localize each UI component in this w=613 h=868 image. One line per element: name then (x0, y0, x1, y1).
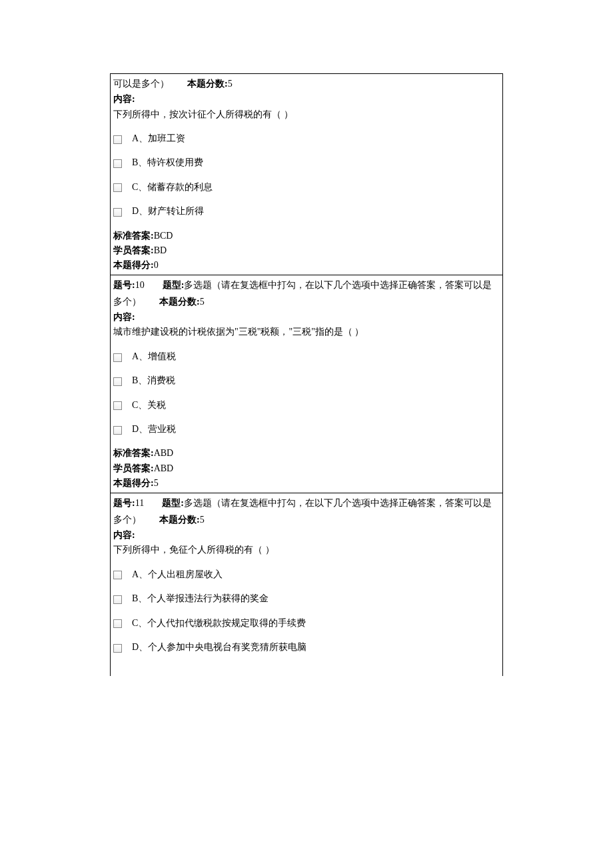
option-text: D、个人参加中央电视台有奖竞猜所获电脑 (129, 640, 306, 655)
score-label: 本题分数: (159, 515, 200, 525)
option-text: B、个人举报违法行为获得的奖金 (129, 591, 269, 606)
option-text: C、关税 (129, 398, 166, 413)
question-header: 可以是多个） 本题分数:5 (113, 75, 500, 92)
qnum-label: 题号: (113, 280, 135, 290)
question-block-10: 题号:10 题型:多选题（请在复选框中打勾，在以下几个选项中选择正确答案，答案可… (110, 275, 503, 493)
option-text: A、个人出租房屋收入 (129, 567, 223, 582)
question-header: 题号:10 题型:多选题（请在复选框中打勾，在以下几个选项中选择正确答案，答案可… (113, 277, 500, 310)
option-row: C、储蓄存款的利息 (113, 180, 500, 195)
option-row: B、个人举报违法行为获得的奖金 (113, 591, 500, 606)
std-answer-label: 标准答案: (113, 448, 154, 458)
checkbox-icon[interactable] (113, 159, 122, 168)
option-text: C、个人代扣代缴税款按规定取得的手续费 (129, 616, 306, 631)
option-row: C、关税 (113, 398, 500, 413)
got-score-value: 5 (154, 478, 159, 488)
checkbox-icon[interactable] (113, 595, 122, 604)
question-block-9: 可以是多个） 本题分数:5 内容: 下列所得中，按次计征个人所得税的有（ ） A… (110, 73, 503, 275)
checkbox-wrap[interactable] (113, 569, 129, 579)
content-text: 下列所得中，免征个人所得税的有（ ） (113, 543, 500, 557)
answer-section: 标准答案:ABD 学员答案:ABD 本题得分:5 (113, 446, 500, 491)
option-row: C、个人代扣代缴税款按规定取得的手续费 (113, 616, 500, 631)
option-text: D、营业税 (129, 422, 176, 437)
checkbox-wrap[interactable] (113, 400, 129, 410)
question-content: 题号:10 题型:多选题（请在复选框中打勾，在以下几个选项中选择正确答案，答案可… (111, 275, 502, 493)
student-answer-value: ABD (154, 463, 174, 473)
score-value: 5 (200, 515, 205, 525)
checkbox-icon[interactable] (113, 183, 122, 192)
checkbox-icon[interactable] (113, 401, 122, 410)
score-value: 5 (200, 297, 205, 307)
checkbox-icon[interactable] (113, 426, 122, 435)
option-text: C、储蓄存款的利息 (129, 180, 213, 195)
question-block-11: 题号:11 题型:多选题（请在复选框中打勾，在以下几个选项中选择正确答案，答案可… (110, 493, 503, 677)
content-label: 内容: (113, 528, 500, 543)
checkbox-icon[interactable] (113, 208, 122, 217)
student-answer-label: 学员答案: (113, 463, 154, 473)
option-row: A、加班工资 (113, 131, 500, 146)
score-label: 本题分数: (187, 79, 228, 89)
checkbox-wrap[interactable] (113, 352, 129, 362)
type-label: 题型: (162, 498, 184, 508)
checkbox-wrap[interactable] (113, 594, 129, 604)
option-row: D、个人参加中央电视台有奖竞猜所获电脑 (113, 640, 500, 655)
content-text: 城市维护建设税的计税依据为"三税"税额，"三税"指的是（ ） (113, 325, 500, 339)
content-text: 下列所得中，按次计征个人所得税的有（ ） (113, 107, 500, 122)
checkbox-wrap[interactable] (113, 207, 129, 217)
score-label: 本题分数: (159, 297, 200, 307)
checkbox-icon[interactable] (113, 377, 122, 386)
qnum-label: 题号: (113, 498, 135, 508)
std-answer-value: BCD (154, 231, 173, 241)
question-content: 可以是多个） 本题分数:5 内容: 下列所得中，按次计征个人所得税的有（ ） A… (111, 74, 502, 275)
student-answer-value: BD (154, 245, 167, 255)
option-text: A、加班工资 (129, 131, 185, 146)
student-answer-label: 学员答案: (113, 245, 154, 255)
option-row: A、个人出租房屋收入 (113, 567, 500, 582)
checkbox-wrap[interactable] (113, 376, 129, 386)
std-answer-value: ABD (154, 448, 174, 458)
checkbox-wrap[interactable] (113, 643, 129, 653)
answer-section: 标准答案:BCD 学员答案:BD 本题得分:0 (113, 229, 500, 273)
option-text: A、增值税 (129, 349, 176, 364)
question-content: 题号:11 题型:多选题（请在复选框中打勾，在以下几个选项中选择正确答案，答案可… (111, 493, 502, 677)
option-text: B、消费税 (129, 373, 175, 388)
checkbox-icon[interactable] (113, 353, 122, 362)
checkbox-wrap[interactable] (113, 425, 129, 435)
option-row: B、消费税 (113, 373, 500, 388)
content-label: 内容: (113, 92, 500, 107)
option-row: B、特许权使用费 (113, 155, 500, 170)
checkbox-icon[interactable] (113, 135, 122, 144)
checkbox-icon[interactable] (113, 571, 122, 579)
option-row: D、财产转让所得 (113, 204, 500, 219)
checkbox-wrap[interactable] (113, 618, 129, 628)
header-fragment: 可以是多个） (113, 79, 169, 89)
content-label: 内容: (113, 310, 500, 325)
qnum-value: 11 (135, 498, 144, 508)
score-value: 5 (228, 79, 233, 89)
checkbox-wrap[interactable] (113, 182, 129, 192)
checkbox-wrap[interactable] (113, 158, 129, 168)
type-label: 题型: (163, 280, 185, 290)
option-row: A、增值税 (113, 349, 500, 364)
std-answer-label: 标准答案: (113, 231, 154, 241)
got-score-label: 本题得分: (113, 478, 154, 488)
option-text: D、财产转让所得 (129, 204, 204, 219)
qnum-value: 10 (135, 280, 145, 290)
option-text: B、特许权使用费 (129, 155, 203, 170)
got-score-label: 本题得分: (113, 260, 154, 270)
question-header: 题号:11 题型:多选题（请在复选框中打勾，在以下几个选项中选择正确答案，答案可… (113, 495, 500, 528)
option-row: D、营业税 (113, 422, 500, 437)
checkbox-wrap[interactable] (113, 134, 129, 144)
got-score-value: 0 (154, 260, 159, 270)
checkbox-icon[interactable] (113, 619, 122, 628)
checkbox-icon[interactable] (113, 644, 122, 653)
